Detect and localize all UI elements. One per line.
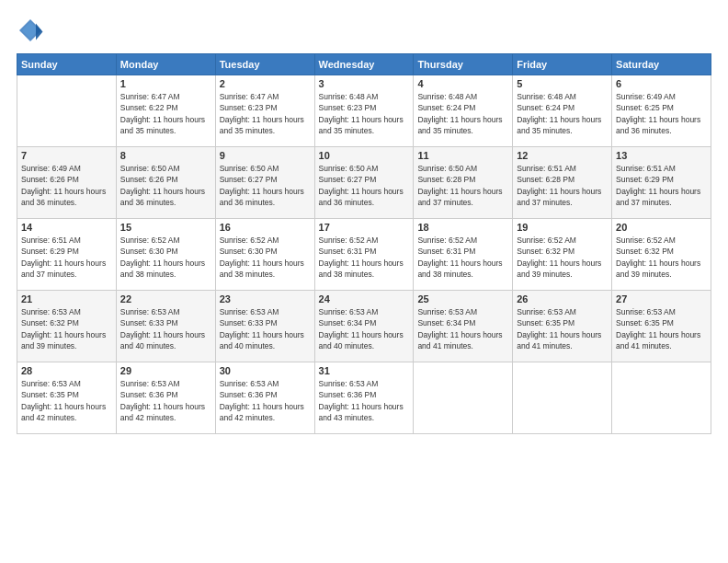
day-info: Sunrise: 6:52 AMSunset: 6:31 PMDaylight:… [319,235,410,280]
day-number: 16 [220,222,311,233]
day-number: 28 [21,365,112,376]
day-number: 14 [21,222,112,233]
day-info: Sunrise: 6:53 AMSunset: 6:36 PMDaylight:… [319,378,410,423]
day-info: Sunrise: 6:50 AMSunset: 6:27 PMDaylight:… [319,163,410,208]
calendar-cell [17,75,117,147]
calendar-cell: 5Sunrise: 6:48 AMSunset: 6:24 PMDaylight… [513,75,612,147]
calendar-table: SundayMondayTuesdayWednesdayThursdayFrid… [17,53,711,434]
day-info: Sunrise: 6:51 AMSunset: 6:29 PMDaylight:… [616,163,707,208]
day-number: 17 [319,222,410,233]
calendar-cell: 26Sunrise: 6:53 AMSunset: 6:35 PMDayligh… [513,291,612,362]
weekday-header: Sunday [17,54,117,75]
day-info: Sunrise: 6:51 AMSunset: 6:29 PMDaylight:… [21,235,112,280]
day-number: 9 [220,150,311,161]
day-info: Sunrise: 6:49 AMSunset: 6:25 PMDaylight:… [616,91,707,136]
page: SundayMondayTuesdayWednesdayThursdayFrid… [0,0,728,563]
calendar-cell: 21Sunrise: 6:53 AMSunset: 6:32 PMDayligh… [17,291,117,362]
day-number: 27 [616,293,707,304]
day-number: 30 [220,365,311,376]
day-number: 15 [120,222,211,233]
day-number: 31 [319,365,410,376]
calendar-cell: 17Sunrise: 6:52 AMSunset: 6:31 PMDayligh… [314,219,414,291]
day-number: 5 [517,78,608,89]
calendar-cell: 11Sunrise: 6:50 AMSunset: 6:28 PMDayligh… [414,147,513,219]
day-info: Sunrise: 6:47 AMSunset: 6:22 PMDaylight:… [120,91,211,136]
calendar-cell: 18Sunrise: 6:52 AMSunset: 6:31 PMDayligh… [414,219,513,291]
day-info: Sunrise: 6:52 AMSunset: 6:31 PMDaylight:… [417,235,508,280]
day-info: Sunrise: 6:52 AMSunset: 6:32 PMDaylight:… [616,235,707,280]
svg-marker-2 [36,24,43,40]
calendar-cell: 3Sunrise: 6:48 AMSunset: 6:23 PMDaylight… [314,75,414,147]
day-info: Sunrise: 6:53 AMSunset: 6:34 PMDaylight:… [417,306,508,351]
day-number: 2 [220,78,311,89]
calendar-cell: 31Sunrise: 6:53 AMSunset: 6:36 PMDayligh… [314,362,414,434]
calendar-cell: 30Sunrise: 6:53 AMSunset: 6:36 PMDayligh… [215,362,314,434]
day-number: 4 [417,78,508,89]
calendar-cell: 6Sunrise: 6:49 AMSunset: 6:25 PMDaylight… [612,75,711,147]
day-number: 10 [319,150,410,161]
day-info: Sunrise: 6:50 AMSunset: 6:28 PMDaylight:… [417,163,508,208]
calendar-cell: 27Sunrise: 6:53 AMSunset: 6:35 PMDayligh… [612,291,711,362]
day-info: Sunrise: 6:53 AMSunset: 6:32 PMDaylight:… [21,306,112,351]
day-number: 26 [517,293,608,304]
weekday-header: Friday [513,54,612,75]
day-info: Sunrise: 6:47 AMSunset: 6:23 PMDaylight:… [220,91,311,136]
logo [17,17,48,44]
day-info: Sunrise: 6:53 AMSunset: 6:35 PMDaylight:… [517,306,608,351]
day-info: Sunrise: 6:52 AMSunset: 6:32 PMDaylight:… [517,235,608,280]
day-info: Sunrise: 6:51 AMSunset: 6:28 PMDaylight:… [517,163,608,208]
calendar-cell: 15Sunrise: 6:52 AMSunset: 6:30 PMDayligh… [116,219,215,291]
day-number: 23 [220,293,311,304]
day-number: 11 [417,150,508,161]
calendar-cell: 1Sunrise: 6:47 AMSunset: 6:22 PMDaylight… [116,75,215,147]
day-info: Sunrise: 6:48 AMSunset: 6:24 PMDaylight:… [417,91,508,136]
calendar-cell [414,362,513,434]
day-number: 25 [417,293,508,304]
calendar-cell: 4Sunrise: 6:48 AMSunset: 6:24 PMDaylight… [414,75,513,147]
day-number: 7 [21,150,112,161]
calendar-cell: 20Sunrise: 6:52 AMSunset: 6:32 PMDayligh… [612,219,711,291]
calendar-cell: 9Sunrise: 6:50 AMSunset: 6:27 PMDaylight… [215,147,314,219]
calendar-cell [612,362,711,434]
day-number: 22 [120,293,211,304]
day-number: 3 [319,78,410,89]
day-number: 24 [319,293,410,304]
day-info: Sunrise: 6:53 AMSunset: 6:33 PMDaylight:… [120,306,211,351]
day-info: Sunrise: 6:53 AMSunset: 6:36 PMDaylight:… [120,378,211,423]
day-info: Sunrise: 6:50 AMSunset: 6:26 PMDaylight:… [120,163,211,208]
day-info: Sunrise: 6:53 AMSunset: 6:35 PMDaylight:… [21,378,112,423]
day-number: 8 [120,150,211,161]
day-info: Sunrise: 6:48 AMSunset: 6:24 PMDaylight:… [517,91,608,136]
calendar-cell: 13Sunrise: 6:51 AMSunset: 6:29 PMDayligh… [612,147,711,219]
day-info: Sunrise: 6:49 AMSunset: 6:26 PMDaylight:… [21,163,112,208]
calendar-cell: 22Sunrise: 6:53 AMSunset: 6:33 PMDayligh… [116,291,215,362]
weekday-header: Thursday [414,54,513,75]
weekday-header: Saturday [612,54,711,75]
weekday-header: Monday [116,54,215,75]
day-number: 21 [21,293,112,304]
calendar-cell: 7Sunrise: 6:49 AMSunset: 6:26 PMDaylight… [17,147,117,219]
day-number: 12 [517,150,608,161]
calendar-cell: 29Sunrise: 6:53 AMSunset: 6:36 PMDayligh… [116,362,215,434]
calendar-cell: 25Sunrise: 6:53 AMSunset: 6:34 PMDayligh… [414,291,513,362]
weekday-header: Tuesday [215,54,314,75]
logo-icon [17,17,44,44]
day-info: Sunrise: 6:48 AMSunset: 6:23 PMDaylight:… [319,91,410,136]
day-number: 18 [417,222,508,233]
day-number: 6 [616,78,707,89]
calendar-cell: 28Sunrise: 6:53 AMSunset: 6:35 PMDayligh… [17,362,117,434]
calendar-cell: 2Sunrise: 6:47 AMSunset: 6:23 PMDaylight… [215,75,314,147]
header [17,17,711,44]
day-info: Sunrise: 6:52 AMSunset: 6:30 PMDaylight:… [120,235,211,280]
day-info: Sunrise: 6:53 AMSunset: 6:35 PMDaylight:… [616,306,707,351]
day-number: 20 [616,222,707,233]
calendar-cell: 8Sunrise: 6:50 AMSunset: 6:26 PMDaylight… [116,147,215,219]
day-info: Sunrise: 6:53 AMSunset: 6:36 PMDaylight:… [220,378,311,423]
calendar-cell: 16Sunrise: 6:52 AMSunset: 6:30 PMDayligh… [215,219,314,291]
day-number: 19 [517,222,608,233]
calendar-cell: 24Sunrise: 6:53 AMSunset: 6:34 PMDayligh… [314,291,414,362]
day-number: 13 [616,150,707,161]
day-info: Sunrise: 6:53 AMSunset: 6:33 PMDaylight:… [220,306,311,351]
calendar-cell [513,362,612,434]
day-number: 29 [120,365,211,376]
